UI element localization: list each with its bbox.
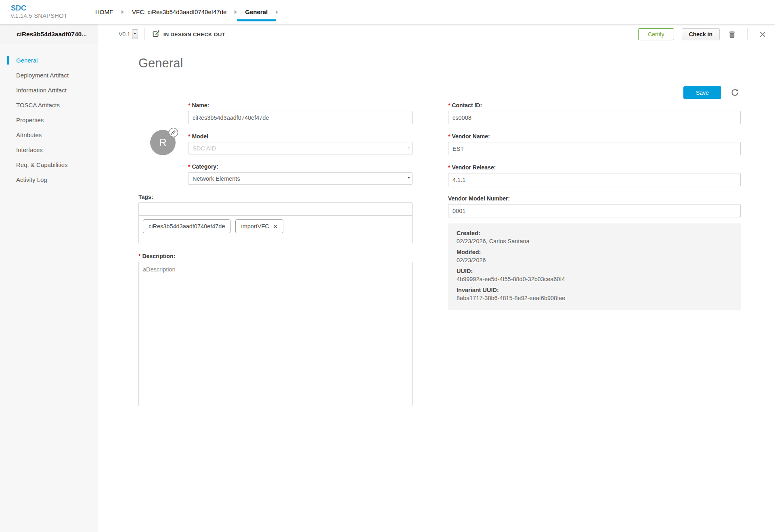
revert-button[interactable]: [729, 87, 741, 98]
breadcrumb-home-label: HOME: [95, 8, 113, 15]
app-version: v.1.14.5-SNAPSHOT: [11, 12, 87, 19]
sidebar-item-properties[interactable]: Properties: [0, 113, 98, 127]
description-section: *Description: aDescription: [138, 253, 413, 408]
sidebar-item-tosca-artifacts[interactable]: TOSCA Artifacts: [0, 98, 98, 113]
workspace-toolbar: V0.1 ▼ IN DESIGN CHECK OUT Certify Check…: [98, 24, 775, 45]
breadcrumb-item-general[interactable]: General: [237, 0, 276, 24]
vendor-release-label: *Vendor Release:: [448, 164, 741, 171]
breadcrumb-vfc-label: VFC: ciRes3b54d3aadf0740ef47de: [132, 8, 226, 15]
toolbar-divider: [747, 28, 748, 40]
metadata-value: 8aba1717-38b6-4815-8e92-eeaf6b908fae: [457, 294, 733, 302]
app-logo: SDC v.1.14.5-SNAPSHOT: [0, 0, 87, 24]
name-input[interactable]: [188, 111, 413, 124]
breadcrumb-item-home[interactable]: HOME: [87, 0, 121, 24]
checkin-button[interactable]: Check in: [682, 28, 720, 40]
revert-icon: [731, 88, 739, 97]
workspace-actions: Certify Check in: [638, 28, 771, 40]
tags-label: Tags:: [138, 194, 413, 200]
required-marker: *: [448, 102, 450, 108]
active-tab-indicator: [237, 19, 276, 21]
sidebar-item-activity-log[interactable]: Activity Log: [0, 172, 98, 187]
tag-chip-label: importVFC: [241, 223, 269, 229]
certify-button[interactable]: Certify: [638, 28, 674, 40]
required-marker: *: [138, 253, 140, 259]
required-marker: *: [188, 102, 190, 108]
tag-chip: importVFC ✕: [235, 219, 283, 233]
version-spinner-icon[interactable]: ▼: [132, 29, 138, 39]
metadata-value: 02/23/2026, Carlos Santana: [457, 237, 733, 245]
save-row: Save: [683, 86, 741, 99]
chevron-down-icon: ▼: [406, 173, 412, 184]
model-label: *Model: [188, 133, 413, 140]
metadata-label: UUID:: [457, 267, 733, 275]
description-textarea[interactable]: aDescription: [138, 262, 413, 406]
sidebar-item-label: Properties: [16, 117, 44, 123]
delete-button[interactable]: [727, 29, 737, 40]
sidebar-item-label: Deployment Artifact: [16, 72, 69, 79]
app-logo-text: SDC: [11, 4, 87, 12]
avatar-letter: R: [159, 136, 167, 149]
breadcrumb-item-vfc[interactable]: VFC: ciRes3b54d3aadf0740ef47de: [124, 0, 235, 24]
vendor-release-input[interactable]: [448, 173, 741, 186]
required-marker: *: [188, 163, 190, 170]
sidebar-item-label: TOSCA Artifacts: [16, 102, 60, 108]
sidebar-item-label: Attributes: [16, 131, 42, 138]
chevron-down-icon: ▼: [406, 142, 412, 154]
version-select[interactable]: V0.1 ▼: [119, 29, 138, 39]
metadata-label: Invariant UUID:: [457, 286, 733, 294]
description-label: *Description:: [138, 253, 413, 260]
sidebar-item-label: Interfaces: [16, 146, 43, 153]
form-left-column: R *Name: *Model SDC AID: [138, 102, 413, 408]
contact-id-label: *Contact ID:: [448, 102, 741, 109]
tag-chip-list: ciRes3b54d3aadf0740ef47de importVFC ✕: [139, 216, 412, 243]
breadcrumb: HOME VFC: ciRes3b54d3aadf0740ef47de Gene…: [87, 0, 278, 24]
metadata-entry-invariant-uuid: Invariant UUID: 8aba1717-38b6-4815-8e92-…: [457, 286, 733, 302]
panel-title: ciRes3b54d3aadf0740...: [0, 24, 98, 45]
tag-chip: ciRes3b54d3aadf0740ef47de: [143, 219, 230, 233]
sidebar: General Deployment Artifact Information …: [0, 45, 98, 532]
sidebar-item-label: General: [16, 57, 38, 64]
sidebar-item-attributes[interactable]: Attributes: [0, 127, 98, 142]
sidebar-item-deployment-artifact[interactable]: Deployment Artifact: [0, 68, 98, 83]
vendor-model-number-label: Vendor Model Number:: [448, 195, 741, 202]
category-value: Network Elements: [193, 175, 406, 182]
vendor-name-label: *Vendor Name:: [448, 133, 741, 140]
vendor-model-number-input[interactable]: [448, 204, 741, 217]
close-button[interactable]: [758, 29, 768, 40]
lifecycle-status: IN DESIGN CHECK OUT: [151, 30, 225, 39]
sidebar-item-interfaces[interactable]: Interfaces: [0, 142, 98, 157]
contact-id-input[interactable]: [448, 111, 741, 124]
chevron-right-icon: [276, 10, 278, 14]
required-marker: *: [188, 133, 190, 140]
avatar-edit-badge[interactable]: [169, 128, 178, 137]
tags-input[interactable]: [139, 203, 412, 216]
sidebar-item-information-artifact[interactable]: Information Artifact: [0, 83, 98, 98]
tag-remove-icon[interactable]: ✕: [273, 223, 278, 229]
top-navigation: SDC v.1.14.5-SNAPSHOT HOME VFC: ciRes3b5…: [0, 0, 775, 24]
model-select[interactable]: SDC AID ▼: [188, 142, 413, 154]
metadata-entry-created: Created: 02/23/2026, Carlos Santana: [457, 229, 733, 245]
resource-avatar: R: [150, 130, 176, 155]
metadata-value: 4b99992a-ee5d-4f55-88d0-32b03cea60f4: [457, 275, 733, 283]
category-select[interactable]: Network Elements ▼: [188, 172, 413, 185]
tags-box: ciRes3b54d3aadf0740ef47de importVFC ✕: [138, 202, 413, 243]
name-label: *Name:: [188, 102, 413, 109]
sidebar-item-label: Activity Log: [16, 176, 47, 183]
tags-section: Tags: ciRes3b54d3aadf0740ef47de importVF…: [138, 194, 413, 243]
form-right-column: *Contact ID: *Vendor Name: *Vendor Relea…: [448, 102, 741, 310]
trash-icon: [728, 30, 736, 39]
sidebar-item-label: Information Artifact: [16, 87, 67, 94]
breadcrumb-general-label: General: [245, 8, 268, 15]
required-marker: *: [448, 164, 450, 171]
version-value: V0.1: [119, 31, 130, 38]
sidebar-item-general[interactable]: General: [0, 53, 98, 68]
save-button[interactable]: Save: [683, 86, 721, 99]
model-value: SDC AID: [193, 145, 406, 152]
sidebar-item-label: Req. & Capabilities: [16, 161, 68, 168]
required-marker: *: [448, 133, 450, 140]
active-item-indicator: [7, 56, 9, 65]
page-title: General: [138, 56, 183, 71]
category-label: *Category:: [188, 163, 413, 170]
sidebar-item-req-capabilities[interactable]: Req. & Capabilities: [0, 157, 98, 172]
vendor-name-input[interactable]: [448, 142, 741, 155]
